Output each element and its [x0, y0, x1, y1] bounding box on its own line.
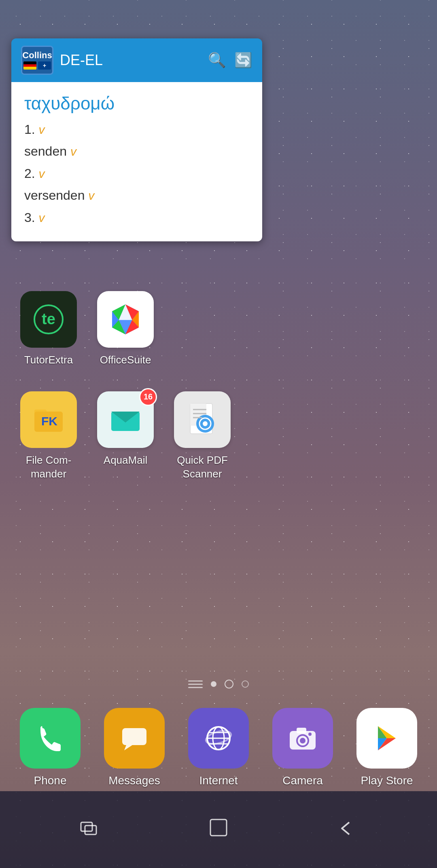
collins-flags — [23, 61, 51, 70]
indicator-circle-active — [225, 680, 233, 688]
svg-point-37 — [300, 738, 305, 743]
quickpdf-icon-wrap — [174, 391, 231, 448]
indicator-circle-inactive — [242, 680, 249, 688]
widget-body: ταχυδρομώ 1. v senden v 2. v versenden v… — [11, 82, 262, 241]
home-icon — [208, 817, 229, 838]
svg-text:FK: FK — [41, 414, 57, 428]
camera-label: Camera — [282, 774, 323, 787]
dock-internet[interactable]: Internet — [188, 708, 249, 787]
tutorextra-icon: te — [20, 291, 77, 348]
phone-svg — [34, 722, 66, 754]
widget-header-icons: 🔍 🔄 — [208, 52, 252, 69]
page-indicators — [0, 679, 437, 689]
word-title: ταχυδρομώ — [24, 93, 249, 114]
word-entry-3: 3. v — [24, 207, 249, 228]
dock-playstore[interactable]: Play Store — [356, 708, 417, 787]
app-filecommander[interactable]: FK File Com­mander — [16, 391, 81, 481]
tutorextra-svg: te — [32, 303, 65, 336]
svg-point-22 — [203, 421, 208, 426]
widget-header: Collins DE-EL 🔍 🔄 — [11, 38, 262, 82]
collins-logo-text: Collins — [22, 51, 52, 60]
camera-svg — [286, 722, 319, 754]
aquamail-icon-wrap: 16 — [97, 391, 154, 448]
svg-rect-41 — [85, 826, 96, 834]
app-tutorextra[interactable]: te TutorExtra — [16, 291, 81, 367]
app-row-1: te TutorExtra — [8, 291, 429, 367]
indicator-dot-filled — [211, 681, 216, 687]
dock-phone[interactable]: Phone — [20, 708, 81, 787]
home-button[interactable] — [208, 817, 229, 842]
dock-messages[interactable]: Messages — [104, 708, 165, 787]
widget-lang-code: DE-EL — [60, 52, 202, 69]
filecommander-icon-wrap: FK — [20, 391, 77, 448]
quickpdf-label: Quick PDF Scanner — [170, 454, 235, 481]
back-icon — [338, 820, 358, 836]
nav-bar — [0, 791, 437, 868]
flag-de — [23, 61, 36, 70]
internet-icon — [188, 708, 249, 769]
word-entry-2: 2. v versenden v — [24, 163, 249, 207]
filecommander-icon: FK — [20, 391, 77, 448]
svg-point-38 — [308, 733, 312, 736]
svg-rect-40 — [81, 822, 92, 831]
recent-icon — [79, 820, 99, 836]
back-button[interactable] — [338, 819, 358, 841]
svg-text:te: te — [42, 310, 55, 327]
svg-marker-27 — [124, 745, 132, 750]
playstore-svg — [371, 722, 403, 754]
officesuite-icon-wrap — [97, 291, 154, 348]
dock-camera[interactable]: Camera — [272, 708, 333, 787]
collins-widget[interactable]: Collins DE-EL 🔍 🔄 ταχυδρομώ 1. v senden … — [11, 38, 262, 241]
camera-icon — [272, 708, 333, 769]
app-officesuite[interactable]: OfficeSuite — [93, 291, 158, 367]
officesuite-svg — [107, 301, 144, 338]
collins-logo: Collins — [21, 46, 53, 75]
refresh-icon[interactable]: 🔄 — [234, 52, 252, 69]
aquamail-svg — [107, 401, 144, 438]
apps-section: te TutorExtra — [0, 291, 437, 505]
dock: Phone Messages Internet — [0, 708, 437, 787]
officesuite-label: OfficeSuite — [100, 353, 151, 367]
tutorextra-label: TutorExtra — [24, 353, 73, 367]
filecommander-svg: FK — [32, 403, 65, 436]
internet-svg — [202, 722, 235, 754]
messages-label: Messages — [108, 774, 160, 787]
word-entry-1: 1. v senden v — [24, 118, 249, 163]
svg-rect-35 — [297, 728, 306, 733]
messages-icon — [104, 708, 165, 769]
tutorextra-icon-wrap: te — [20, 291, 77, 348]
messages-svg — [118, 722, 151, 754]
search-icon[interactable]: 🔍 — [208, 52, 226, 69]
app-quickpdf[interactable]: Quick PDF Scanner — [170, 391, 235, 481]
aquamail-badge: 16 — [139, 388, 157, 406]
filecommander-label: File Com­mander — [16, 454, 81, 481]
svg-rect-26 — [122, 728, 146, 745]
svg-rect-42 — [210, 819, 227, 836]
flag-gr — [38, 61, 51, 70]
phone-label: Phone — [34, 774, 67, 787]
quickpdf-svg — [184, 401, 221, 438]
phone-icon — [20, 708, 81, 769]
recent-apps-button[interactable] — [79, 819, 99, 841]
indicator-lines — [188, 679, 203, 689]
officesuite-icon — [97, 291, 154, 348]
quickpdf-icon — [174, 391, 231, 448]
app-aquamail[interactable]: 16 AquaMail — [93, 391, 158, 481]
app-row-2: FK File Com­mander 16 — [8, 391, 429, 481]
playstore-icon — [356, 708, 417, 769]
internet-label: Internet — [199, 774, 238, 787]
playstore-label: Play Store — [361, 774, 413, 787]
aquamail-label: AquaMail — [104, 454, 147, 467]
